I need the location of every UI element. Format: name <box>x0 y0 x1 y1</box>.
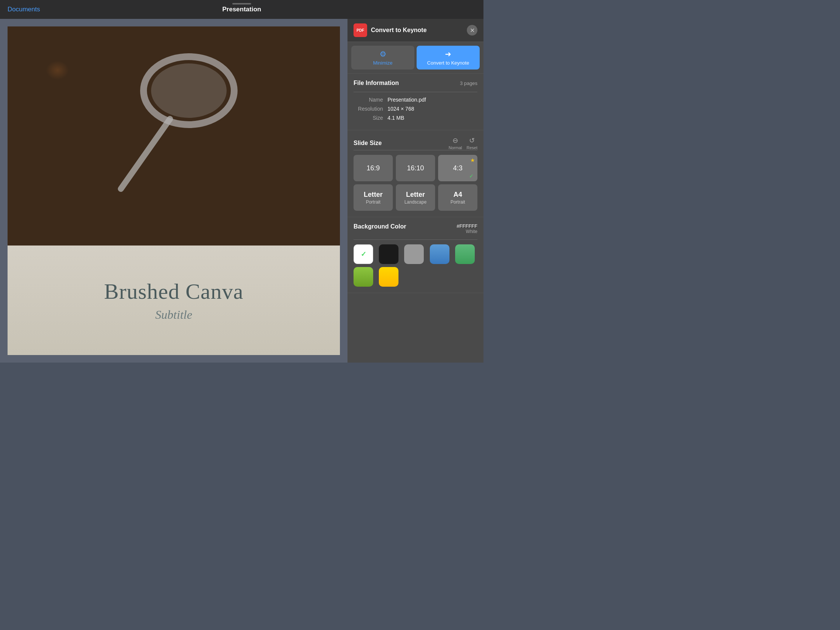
color-swatch-yellow[interactable] <box>379 267 398 287</box>
coffee-background <box>8 27 340 245</box>
size-letter-portrait[interactable]: Letter Portrait <box>354 184 393 211</box>
color-swatch-gray[interactable] <box>404 245 424 264</box>
close-button[interactable]: ✕ <box>467 25 477 35</box>
action-buttons-row: ⚙ Minimize ➜ Convert to Keynote <box>347 42 483 74</box>
slide-size-title: Slide Size <box>354 140 382 147</box>
panel-title: Convert to Keynote <box>371 27 463 34</box>
slide-bottom-text: Brushed Canva Subtitle <box>8 245 340 355</box>
background-color-section: Background Color #FFFFFF White ✓ <box>347 217 483 293</box>
star-badge: ★ <box>470 157 475 163</box>
minimize-button[interactable]: ⚙ Minimize <box>351 46 414 69</box>
slide-top-image <box>8 27 340 245</box>
size-a4-portrait[interactable]: A4 Portrait <box>438 184 477 211</box>
bg-color-name: White <box>456 229 477 234</box>
color-swatch-black[interactable] <box>379 245 398 264</box>
right-panel: PDF Convert to Keynote ✕ ⚙ Minimize ➜ Co… <box>347 19 483 363</box>
main-area: Brushed Canva Subtitle PDF Convert to Ke… <box>0 19 483 363</box>
size-value: 4.1 MB <box>387 115 404 121</box>
divider <box>354 92 477 92</box>
resolution-label: Resolution <box>354 106 387 112</box>
top-bar: Documents Presentation <box>0 0 483 19</box>
file-size-row: Size 4.1 MB <box>354 115 477 121</box>
gear-icon: ⚙ <box>380 49 386 58</box>
size-4x3[interactable]: ★ 4:3 ✓ <box>438 155 477 181</box>
bg-hex-value: #FFFFFF <box>456 223 477 229</box>
divider <box>354 150 477 150</box>
size-letter-landscape[interactable]: Letter Landscape <box>396 184 435 211</box>
bg-color-value: #FFFFFF White <box>456 223 477 234</box>
bg-color-title: Background Color <box>354 223 406 230</box>
svg-point-1 <box>151 63 227 118</box>
size-16x9[interactable]: 16:9 <box>354 155 393 181</box>
color-swatch-white[interactable]: ✓ <box>354 245 373 264</box>
file-name-row: Name Presentation.pdf <box>354 97 477 103</box>
color-swatch-blue[interactable] <box>430 245 450 264</box>
file-info-section: File Information 3 pages Name Presentati… <box>347 74 483 130</box>
spoon-icon <box>76 45 264 196</box>
slide-size-grid: 16:9 16:10 ★ 4:3 ✓ Letter Portrait <box>354 155 477 211</box>
check-icon: ✓ <box>361 250 366 258</box>
pages-badge: 3 pages <box>460 81 477 86</box>
color-swatch-green[interactable] <box>455 245 475 264</box>
color-swatch-lime[interactable] <box>354 267 373 287</box>
slide-subtitle: Subtitle <box>155 308 192 322</box>
documents-link[interactable]: Documents <box>8 6 40 13</box>
slide-size-section: Slide Size ⊖ Normal ↺ Reset 16:9 <box>347 130 483 217</box>
presentation-title: Presentation <box>223 6 261 13</box>
reset-icon: ↺ <box>469 136 475 145</box>
convert-arrow-icon: ➜ <box>445 49 452 58</box>
size-label: Size <box>354 115 387 121</box>
panel-header: PDF Convert to Keynote ✕ <box>347 19 483 42</box>
size-16x10[interactable]: 16:10 <box>396 155 435 181</box>
check-badge: ✓ <box>469 173 474 179</box>
bg-color-header: Background Color #FFFFFF White <box>354 223 477 234</box>
reset-button[interactable]: ↺ Reset <box>466 136 477 150</box>
slide-title: Brushed Canva <box>104 279 244 304</box>
normal-reset-buttons: ⊖ Normal ↺ Reset <box>449 136 477 150</box>
convert-button[interactable]: ➜ Convert to Keynote <box>417 46 480 69</box>
color-grid: ✓ <box>354 245 477 287</box>
minus-icon: ⊖ <box>453 136 458 145</box>
normal-button[interactable]: ⊖ Normal <box>449 136 462 150</box>
slide-size-header-row: Slide Size ⊖ Normal ↺ Reset <box>354 136 477 150</box>
name-value: Presentation.pdf <box>387 97 426 103</box>
slide-area: Brushed Canva Subtitle <box>0 19 347 363</box>
divider <box>354 240 477 240</box>
file-resolution-row: Resolution 1024 × 768 <box>354 106 477 112</box>
pdf-icon: PDF <box>354 24 367 37</box>
resolution-value: 1024 × 768 <box>387 106 414 112</box>
name-label: Name <box>354 97 387 103</box>
slide-container: Brushed Canva Subtitle <box>8 27 340 355</box>
file-info-title: File Information <box>354 80 399 87</box>
file-info-header: File Information 3 pages <box>354 80 477 87</box>
drag-handle[interactable] <box>232 3 251 5</box>
